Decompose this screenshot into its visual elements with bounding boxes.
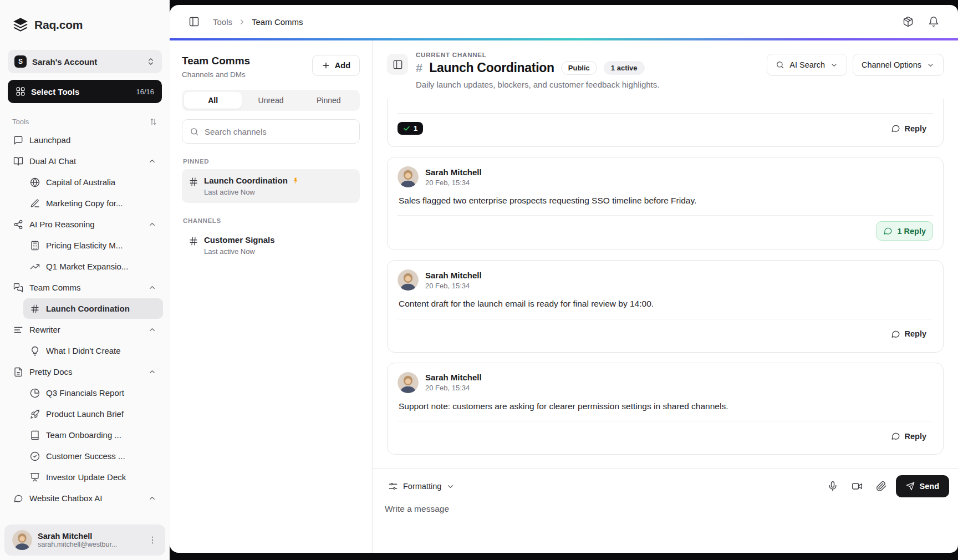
channel-options-button[interactable]: Channel Options xyxy=(853,54,944,76)
search-icon xyxy=(190,127,199,136)
sidebar-toggle-button[interactable] xyxy=(184,12,204,32)
sidebar-item-launchpad[interactable]: Launchpad xyxy=(7,130,163,150)
sidebar-item-label: Q3 Financials Report xyxy=(46,388,156,398)
channel-description: Daily launch updates, blockers, and cust… xyxy=(416,80,759,89)
tab-pinned[interactable]: Pinned xyxy=(300,92,358,109)
sidebar-item-team-comms[interactable]: Team Comms xyxy=(7,277,163,298)
channel-item-launch-coordination[interactable]: Launch Coordination Last active Now xyxy=(182,169,360,203)
bell-icon xyxy=(928,16,939,27)
sidebar-item-q3-financials-report[interactable]: Q3 Financials Report xyxy=(23,383,163,403)
select-tools-button[interactable]: Select Tools 16/16 xyxy=(8,80,162,103)
sort-arrows-icon[interactable] xyxy=(149,118,157,126)
reply-button[interactable]: Reply xyxy=(884,325,934,343)
message-timestamp: 20 Feb, 15:34 xyxy=(425,179,482,187)
sidebar-item-customer-success[interactable]: Customer Success ... xyxy=(23,446,163,466)
reply-button[interactable]: Reply xyxy=(884,427,934,445)
sidebar-item-investor-update-deck[interactable]: Investor Update Deck xyxy=(23,467,163,487)
app-root: Raq.com S Sarah's Account Select Tools 1… xyxy=(0,0,958,560)
pie-chart-icon xyxy=(30,388,40,398)
chevron-down-icon xyxy=(926,61,935,69)
send-button[interactable]: Send xyxy=(896,475,949,497)
sidebar-item-ai-pro-reasoning[interactable]: AI Pro Reasoning xyxy=(7,214,163,235)
formatting-button[interactable]: Formatting xyxy=(381,477,461,496)
video-message-button[interactable] xyxy=(847,476,867,496)
visibility-badge: Public xyxy=(561,61,597,75)
channel-filter-tabs: All Unread Pinned xyxy=(182,90,360,111)
reply-button[interactable]: Reply xyxy=(884,119,934,138)
check-reaction-icon xyxy=(403,125,410,132)
sidebar-item-label: What I Didn't Create xyxy=(46,346,156,355)
sidebar-item-pricing-elasticity[interactable]: Pricing Elasticity M... xyxy=(23,235,163,256)
reply-bubble-icon xyxy=(891,329,900,339)
select-tools-label: Select Tools xyxy=(31,87,130,96)
collapse-channel-list-button[interactable] xyxy=(387,54,408,75)
channel-options-label: Channel Options xyxy=(862,60,921,69)
tab-all[interactable]: All xyxy=(184,92,242,109)
presentation-icon xyxy=(30,472,40,482)
more-vertical-icon[interactable] xyxy=(147,535,157,545)
message-author-block: Sarah Mitchell 20 Feb, 15:34 xyxy=(425,271,482,290)
check-circle-icon xyxy=(30,451,40,461)
sidebar-item-rewriter[interactable]: Rewriter xyxy=(7,319,163,340)
message-input[interactable] xyxy=(373,500,958,553)
formatting-label: Formatting xyxy=(403,482,441,491)
sidebar-item-product-launch-brief[interactable]: Product Launch Brief xyxy=(23,404,163,424)
channel-item-customer-signals[interactable]: Customer Signals Last active Now xyxy=(182,228,360,262)
channel-list-panel: Team Comms Channels and DMs Add All Unre… xyxy=(170,40,373,553)
hash-icon xyxy=(30,304,40,314)
breadcrumb-tools[interactable]: Tools xyxy=(213,17,232,27)
sidebar-item-label: Launchpad xyxy=(29,135,156,145)
account-selector[interactable]: S Sarah's Account xyxy=(8,50,162,73)
search-icon xyxy=(776,60,784,69)
add-channel-button[interactable]: Add xyxy=(312,55,360,76)
sidebar-item-label: AI Pro Reasoning xyxy=(29,220,142,229)
thread-reply-button[interactable]: 1 Reply xyxy=(876,221,933,241)
chevron-up-icon xyxy=(148,157,156,165)
channel-item-status: Last active Now xyxy=(204,188,353,196)
package-icon xyxy=(903,16,914,27)
chevron-up-icon xyxy=(148,494,156,502)
voice-message-button[interactable] xyxy=(823,476,843,496)
sidebar-item-label: Capital of Australia xyxy=(46,177,156,187)
sidebar-item-team-onboarding[interactable]: Team Onboarding ... xyxy=(23,425,163,445)
message-author-block: Sarah Mitchell 20 Feb, 15:34 xyxy=(425,167,482,187)
attach-file-button[interactable] xyxy=(872,476,891,496)
sidebar-item-marketing-copy[interactable]: Marketing Copy for... xyxy=(23,193,163,213)
message-card: Sarah Mitchell 20 Feb, 15:34 Support not… xyxy=(387,363,944,455)
ai-search-button[interactable]: AI Search xyxy=(767,54,847,76)
sidebar-item-dual-ai-chat[interactable]: Dual AI Chat xyxy=(7,151,163,171)
message-timestamp: 20 Feb, 15:34 xyxy=(425,282,482,290)
message-text: Content draft for the launch email is re… xyxy=(399,298,932,310)
reaction-count: 1 xyxy=(414,124,417,133)
chevron-up-icon xyxy=(148,368,156,376)
avatar xyxy=(12,530,32,550)
tools-section-label: Tools xyxy=(12,118,29,126)
pen-icon xyxy=(30,198,40,208)
plus-icon xyxy=(322,61,330,70)
integrations-button[interactable] xyxy=(898,12,918,32)
tab-unread[interactable]: Unread xyxy=(242,92,299,109)
video-icon xyxy=(852,481,863,492)
sidebar-item-capital-of-australia[interactable]: Capital of Australia xyxy=(23,172,163,192)
sidebar-item-launch-coordination[interactable]: Launch Coordination xyxy=(23,298,163,319)
sidebar-tool-list[interactable]: Launchpad Dual AI Chat Capital of Austra… xyxy=(0,129,170,525)
sidebar-item-label: Dual AI Chat xyxy=(29,156,142,166)
reply-label: Reply xyxy=(905,124,927,133)
channel-search-input[interactable] xyxy=(205,127,352,136)
reply-bubble-icon xyxy=(891,124,900,133)
notifications-button[interactable] xyxy=(924,12,944,32)
sidebar-item-pretty-docs[interactable]: Pretty Docs xyxy=(7,362,163,382)
reply-bubble-icon xyxy=(883,226,893,236)
messages-scroll-area[interactable]: 1 Reply Sarah Mi xyxy=(373,97,958,468)
reaction-chip[interactable]: 1 xyxy=(398,122,423,135)
reply-label: Reply xyxy=(905,329,927,338)
sidebar-item-q1-market-expansion[interactable]: Q1 Market Expansio... xyxy=(23,256,163,277)
globe-icon xyxy=(30,177,40,187)
channel-item-name: Customer Signals xyxy=(204,235,275,245)
sidebar-item-label: Marketing Copy for... xyxy=(46,198,156,208)
sidebar-user-card[interactable]: Sarah Mitchell sarah.mitchell@westbur... xyxy=(4,525,165,556)
sidebar-item-label: Q1 Market Expansio... xyxy=(46,262,156,271)
sidebar-item-what-i-didnt-create[interactable]: What I Didn't Create xyxy=(23,340,163,361)
sidebar-item-website-chatbox-ai[interactable]: Website Chatbox AI xyxy=(7,488,163,508)
channel-item-body: Customer Signals Last active Now xyxy=(204,235,353,256)
